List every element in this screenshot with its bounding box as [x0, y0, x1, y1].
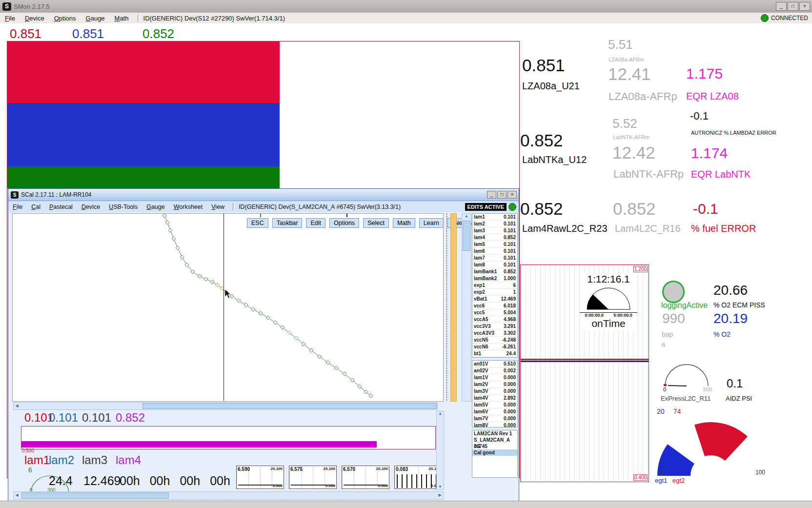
smon-menu-item[interactable]: Math: [110, 15, 134, 22]
bt1-value: 24.4: [49, 474, 73, 488]
voltage-value: 0.002: [504, 367, 516, 374]
toolbar-button[interactable]: Learn: [419, 218, 444, 228]
channel-row: vccN5 -6.248: [472, 337, 517, 344]
voltage-row: lam1V 0.000: [472, 374, 517, 381]
chart-vertical-scrollbar[interactable]: ▲: [462, 213, 471, 402]
smon-menu-item[interactable]: Gauge: [81, 15, 110, 22]
readout-eqr-lza08-value: 1.175: [686, 66, 723, 81]
channel-name: lam6: [474, 248, 485, 254]
channel-name: vcc3V3: [474, 323, 490, 329]
scal-titlebar: S SCal 2.17.11 : LAM-RR104 _ □ ×: [8, 189, 519, 201]
toolbar-button[interactable]: Edit: [306, 218, 325, 228]
lambda-bar-box: [21, 426, 436, 449]
voltage-name: lam5V: [474, 402, 488, 408]
egt-gauge-icon: [654, 420, 767, 479]
readout-eqr-lza08-label: EQR LZA08: [686, 91, 739, 102]
channel-name: lamBank2: [474, 275, 497, 282]
scal-app-icon: S: [11, 191, 19, 199]
scal-maximize-button[interactable]: □: [497, 191, 507, 199]
readout-fuel-error-value: -0.1: [693, 201, 718, 217]
mini-chart-max: 20,100: [376, 467, 388, 471]
lambda-bar-red: [7, 41, 280, 103]
mini-chart-value: 6.590: [238, 467, 250, 472]
scroll-up-icon[interactable]: ▲: [437, 411, 444, 416]
scal-bottom-scrollbar[interactable]: ◀ ▶: [13, 491, 444, 500]
scal-menu-item[interactable]: View: [207, 203, 229, 210]
device-info-line: LAM2CAN Rev 1: [472, 430, 517, 437]
cal-status-item[interactable]: Cal good: [472, 449, 517, 456]
chart-tick-black: [346, 214, 347, 217]
scal-minimize-button[interactable]: _: [487, 191, 496, 199]
channel-name: lam1: [474, 214, 485, 220]
channel-value: 3.291: [504, 323, 516, 329]
scrollbar-thumb[interactable]: [463, 221, 470, 251]
scroll-down-icon[interactable]: ▼: [437, 485, 444, 489]
express-value: 0.1: [727, 377, 743, 389]
scroll-up-icon[interactable]: ▲: [462, 214, 471, 219]
channel-value: 0.852: [504, 268, 516, 275]
channel-row: bt1 24.4: [472, 350, 517, 357]
voltage-row: lam8V 0.000: [472, 422, 517, 427]
express-gauge-label: ExPressL2C_R11: [661, 395, 710, 402]
channel-value: 3.302: [504, 330, 516, 336]
voltage-row: lam6V 0.000: [472, 408, 517, 415]
voltage-value: 0.000: [504, 408, 516, 415]
channel-name: vcc6: [474, 303, 485, 309]
smon-menu-item[interactable]: File: [0, 15, 20, 22]
readout-lam4raw-value: 0.852: [520, 200, 563, 218]
bap-value: 990: [662, 311, 685, 325]
scrollbar-thumb[interactable]: [142, 403, 437, 409]
smon-menu-item[interactable]: Options: [49, 15, 81, 22]
smon-maximize-button[interactable]: □: [788, 2, 798, 11]
lam4-readout: 0.852: [116, 411, 145, 425]
top-lambda-value-3: 0.852: [142, 27, 174, 41]
readout-labntk-afrp-value: 12.42: [612, 144, 655, 162]
scal-menu-item[interactable]: Gauge: [142, 203, 169, 210]
voltage-row: lam4V 2.892: [472, 395, 517, 402]
channel-row: lam5 0.101: [472, 241, 517, 248]
mini-chart: 6.575 20,100 0.000: [289, 466, 337, 489]
scal-menu-item[interactable]: Cal: [27, 203, 45, 210]
top-lambda-value-1: 0.851: [10, 27, 41, 41]
toolbar-separator: [233, 203, 235, 210]
scal-close-button[interactable]: ×: [508, 191, 517, 199]
bottom-vertical-scrollbar[interactable]: ▲ ▼: [436, 411, 444, 490]
toolbar-button[interactable]: Select: [363, 218, 389, 228]
voltage-name: lam8V: [474, 422, 488, 427]
scroll-right-icon[interactable]: ▶: [437, 492, 443, 498]
channel-value: 24.4: [507, 350, 516, 357]
voltage-row: lam7V 0.000: [472, 415, 517, 422]
readout-labntk-afrp-label: LabNTK-AFRp: [613, 168, 684, 180]
chart-horizontal-scrollbar[interactable]: ◀: [13, 402, 438, 410]
trend-blue-trace: [521, 361, 649, 362]
channel-value: 0.101: [504, 221, 516, 227]
calibration-chart[interactable]: [12, 213, 444, 402]
scroll-left-icon[interactable]: ◀: [14, 492, 20, 499]
scal-menu-item[interactable]: Worksheet: [169, 203, 207, 210]
toolbar-button[interactable]: ESC: [247, 218, 268, 228]
scal-menu-item[interactable]: File: [8, 203, 27, 210]
smon-menu-item[interactable]: Device: [20, 15, 49, 22]
lam3-readout: 0.101: [82, 411, 111, 425]
readout-labntk-value: 0.852: [520, 132, 563, 150]
ontime-dial-icon: [580, 285, 637, 310]
readout-autronic-error-value: -0.1: [690, 110, 709, 122]
toolbar-button[interactable]: Options: [329, 218, 359, 228]
smon-minimize-button[interactable]: _: [776, 2, 787, 11]
channel-value: 1: [513, 289, 516, 295]
toolbar-button[interactable]: Taskbar: [272, 218, 303, 228]
voltage-value: 2.892: [504, 395, 516, 401]
scal-menu-item[interactable]: Device: [77, 203, 104, 210]
scroll-left-icon[interactable]: ◀: [14, 403, 20, 409]
scal-menu-item[interactable]: USB-Tools: [104, 203, 142, 210]
readout-autronic-error-label: AUTRONICZ % LAMBDAZ ERROR: [691, 130, 776, 136]
toolbar-button[interactable]: Math: [393, 218, 415, 228]
scal-menubar: FileCalPastecalDeviceUSB-ToolsGaugeWorks…: [8, 201, 519, 212]
cal-curve: [13, 214, 443, 401]
scal-menu-item[interactable]: Pastecal: [45, 203, 77, 210]
voltage-name: an02V: [474, 367, 488, 374]
smon-close-button[interactable]: ×: [799, 2, 810, 11]
scrollbar-thumb[interactable]: [21, 492, 169, 499]
lam4-bar: [21, 441, 377, 447]
channel-row: lam7 0.101: [472, 255, 517, 262]
